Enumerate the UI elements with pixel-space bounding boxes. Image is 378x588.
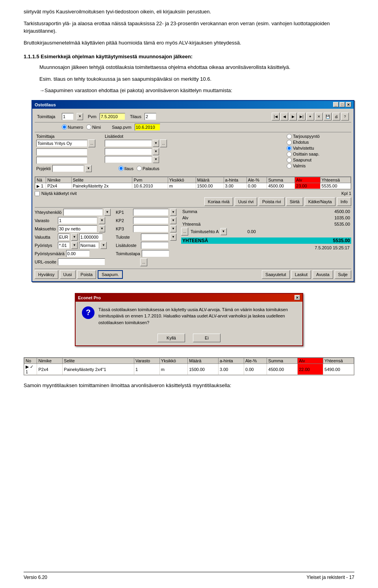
pvm-input[interactable] bbox=[100, 113, 125, 120]
status-radio-vahvistettu[interactable] bbox=[287, 146, 292, 151]
pyoristys-combo[interactable]: ▼ bbox=[71, 242, 78, 249]
info-button[interactable]: Info bbox=[337, 197, 351, 206]
url-input[interactable] bbox=[58, 258, 105, 265]
status-radio-tarjouspyynto[interactable] bbox=[287, 134, 292, 139]
valuutta-combo[interactable]: ▼ bbox=[71, 234, 78, 241]
status-saapunut[interactable]: Saapunut bbox=[287, 158, 350, 163]
ilaus-radio-input[interactable] bbox=[119, 166, 124, 171]
nav-help[interactable]: ? bbox=[341, 113, 349, 121]
projekti-input[interactable] bbox=[52, 165, 84, 172]
supplier-input3[interactable] bbox=[36, 157, 87, 164]
pyoristys-input[interactable] bbox=[58, 242, 70, 249]
lisatiedot-browse1[interactable]: ... bbox=[160, 139, 167, 147]
varasto-input[interactable] bbox=[58, 217, 97, 224]
toimitustapa-input[interactable] bbox=[142, 250, 169, 257]
close-button[interactable]: ✕ bbox=[346, 102, 351, 107]
nimi-radio-input[interactable] bbox=[86, 124, 91, 130]
nav-next[interactable]: ▶ bbox=[289, 113, 297, 121]
hyvaksy-button[interactable]: Hyväksy bbox=[35, 270, 58, 279]
lisatiedot-combo2[interactable]: ▼ bbox=[153, 148, 159, 155]
valuutta-input[interactable] bbox=[58, 234, 70, 241]
toimitusehtoa-combo[interactable]: ▼ bbox=[220, 228, 227, 235]
status-ehdotus[interactable]: Ehdotus bbox=[287, 140, 350, 145]
yhteyshenkilo-input[interactable] bbox=[63, 209, 103, 216]
lisatuloste-input[interactable] bbox=[141, 242, 169, 249]
tilaus-input[interactable] bbox=[145, 113, 156, 120]
lisatiedot-combo3[interactable]: ▼ bbox=[153, 156, 159, 163]
maksuehto-input[interactable] bbox=[58, 225, 97, 232]
table-row[interactable]: ▶ 1 P2x4 Painekyllästetty 2x 10.6.2010 m… bbox=[35, 183, 351, 189]
kp3-combo[interactable]: ▼ bbox=[170, 225, 176, 232]
kyllä-button[interactable]: Kyllä bbox=[158, 334, 185, 342]
status-radio-valmis[interactable] bbox=[287, 163, 292, 169]
lisatiedot-input1[interactable] bbox=[105, 140, 152, 147]
numero-radio[interactable]: Numero bbox=[62, 124, 83, 130]
tuloste-input[interactable] bbox=[141, 234, 169, 241]
ilaus-label: Ilaus bbox=[124, 166, 133, 171]
lisatiedot-input3[interactable] bbox=[105, 156, 152, 163]
supplier-input[interactable] bbox=[36, 140, 87, 147]
uusi-button[interactable]: Uusi bbox=[60, 270, 76, 279]
laskut-button[interactable]: Laskut bbox=[291, 270, 311, 279]
pyoristys-norm-combo[interactable]: ▼ bbox=[100, 242, 107, 249]
nav-last[interactable]: ▶| bbox=[298, 113, 306, 121]
nimi-radio[interactable]: Nimi bbox=[86, 124, 101, 130]
nav-del[interactable]: ✕ bbox=[315, 113, 323, 121]
toimitusehtoa-browse-btn[interactable]: ... bbox=[181, 228, 188, 236]
valuutta-rate-input[interactable] bbox=[79, 234, 103, 241]
lisatiedot-input2[interactable] bbox=[105, 148, 152, 155]
lisatiedot-combo1[interactable]: ▼ bbox=[153, 140, 159, 147]
kp2-input[interactable] bbox=[133, 217, 169, 224]
numero-radio-input[interactable] bbox=[62, 124, 67, 130]
status-radio-ehdotus[interactable] bbox=[287, 140, 292, 145]
econet-close-btn[interactable]: ✕ bbox=[295, 295, 300, 300]
kp3-input[interactable] bbox=[133, 225, 169, 232]
status-tarjouspyynto[interactable]: Tarjouspyyntö bbox=[287, 134, 350, 139]
status-radio-saapunut[interactable] bbox=[287, 158, 292, 163]
katke-nayta-button[interactable]: Kätke/Nayta bbox=[305, 197, 335, 206]
kp1-input[interactable] bbox=[133, 209, 169, 216]
saap-pvm-input[interactable] bbox=[135, 124, 160, 131]
sulje-button[interactable]: Sulje bbox=[335, 270, 351, 279]
poista-button[interactable]: Poista bbox=[77, 270, 96, 279]
status-osittain-saap[interactable]: Osittain saap. bbox=[287, 152, 350, 157]
kp1-combo[interactable]: ▼ bbox=[170, 209, 176, 216]
minimize-button[interactable]: _ bbox=[333, 102, 339, 107]
ei-button[interactable]: Ei bbox=[193, 334, 220, 342]
supplier-browse-btn[interactable]: ... bbox=[88, 139, 95, 147]
kp2-combo[interactable]: ▼ bbox=[170, 217, 176, 224]
toimittaja-combo[interactable]: ▼ bbox=[77, 113, 83, 120]
koriaa-rivia-button[interactable]: Koriaa riviä bbox=[204, 197, 233, 206]
status-valmis[interactable]: Valmis bbox=[287, 163, 350, 169]
saayutetut-button[interactable]: Saayutetut bbox=[262, 270, 290, 279]
avusta-button[interactable]: Avusta bbox=[313, 270, 333, 279]
nav-first[interactable]: |◀ bbox=[272, 113, 280, 121]
ilaus-radio[interactable]: Ilaus bbox=[119, 166, 133, 171]
show-hidden-checkbox[interactable] bbox=[35, 191, 40, 196]
uusi-rivi-button[interactable]: Uusi rivi bbox=[235, 197, 257, 206]
maximize-button[interactable]: □ bbox=[339, 102, 345, 107]
varasto-combo[interactable]: ▼ bbox=[99, 217, 105, 224]
yhteyshenkilo-combo[interactable]: ▼ bbox=[104, 209, 111, 216]
show-hidden-checkbox-row[interactable]: Näytä kätketyt rivit bbox=[35, 191, 77, 196]
maksuehto-combo[interactable]: ▼ bbox=[99, 225, 105, 232]
toimittaja-input[interactable] bbox=[62, 113, 74, 120]
nav-prev[interactable]: ◀ bbox=[280, 113, 288, 121]
pyoristysmr-input[interactable] bbox=[66, 250, 90, 257]
saapum-button[interactable]: Saapum. bbox=[98, 270, 123, 279]
nav-print[interactable]: 🖨 bbox=[332, 113, 340, 121]
toimitustapa-browse-btn[interactable]: ... bbox=[140, 258, 147, 266]
tuloste-combo[interactable]: ▼ bbox=[170, 234, 176, 241]
palautus-radio[interactable]: Palautus bbox=[137, 166, 159, 171]
palautus-radio-input[interactable] bbox=[137, 166, 142, 171]
siirta-button[interactable]: Siirtä bbox=[286, 197, 303, 206]
projekti-combo[interactable]: ▼ bbox=[85, 165, 92, 172]
nav-save[interactable]: 💾 bbox=[324, 113, 332, 121]
bottom-table-row[interactable]: ▶ ✓ 1 P2x4 Painekyllästetty 2x4"1 1 m 15… bbox=[24, 364, 354, 375]
status-vahvistettu[interactable]: Vahvistettu bbox=[287, 146, 350, 151]
nav-new[interactable]: ✦ bbox=[306, 113, 314, 121]
pyoristys-norm-input[interactable] bbox=[79, 242, 99, 249]
status-radio-osittain[interactable] bbox=[287, 152, 292, 157]
supplier-input2[interactable] bbox=[36, 148, 87, 156]
poista-rivi-button[interactable]: Poista rivi bbox=[259, 197, 285, 206]
